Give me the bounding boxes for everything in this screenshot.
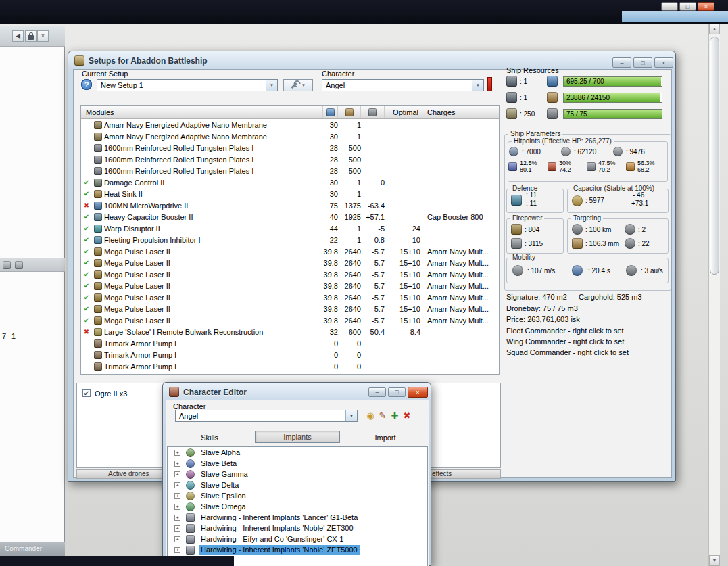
module-status-icon[interactable]: ✔ [81, 270, 92, 278]
implant-name[interactable]: Hardwiring - Inherent Implants 'Lancer' … [199, 513, 360, 522]
cpu-column-header[interactable] [323, 106, 338, 118]
character-action-icon[interactable]: ✚ [389, 410, 401, 422]
squad-commander-setter[interactable]: Squad Commander - right click to set [506, 348, 629, 356]
character-action-icon[interactable]: ✎ [377, 410, 389, 422]
tab-skills[interactable]: Skills [167, 431, 252, 443]
scroll-up-button[interactable]: ▲ [709, 24, 720, 34]
tree-expander-icon[interactable]: + [174, 482, 180, 488]
module-row[interactable]: ✔ Mega Pulse Laser II 39.8 2640 -5.7 15+… [81, 257, 499, 268]
optimal-column-header[interactable]: Optimal [385, 106, 420, 118]
character-action-icon[interactable]: ✖ [401, 410, 413, 422]
module-row[interactable]: ✔ Mega Pulse Laser II 39.8 2640 -5.7 15+… [81, 314, 499, 326]
implant-name[interactable]: Slave Epsilon [199, 491, 248, 500]
lock-button[interactable] [25, 30, 37, 42]
tab-import[interactable]: Import [343, 431, 428, 443]
chevron-down-icon[interactable]: ▼ [472, 80, 483, 91]
module-status-icon[interactable]: ✖ [81, 328, 92, 335]
module-row[interactable]: ✔ Mega Pulse Laser II 39.8 2640 -5.7 15+… [81, 268, 499, 280]
setup-maximize-button[interactable]: □ [633, 57, 652, 68]
character-select[interactable]: Angel ▼ [322, 79, 484, 91]
module-row[interactable]: Amarr Navy Energized Adaptive Nano Membr… [81, 119, 499, 131]
module-status-icon[interactable]: ✔ [81, 179, 92, 186]
module-status-icon[interactable]: ✔ [81, 247, 92, 255]
module-row[interactable]: ✔ Mega Pulse Laser II 39.8 2640 -5.7 15+… [81, 280, 499, 291]
module-row[interactable]: ✖ 100MN MicroWarpdrive II 75 1375 -63.4 [81, 199, 499, 211]
left-close-button[interactable]: × [37, 30, 49, 42]
wing-commander-setter[interactable]: Wing Commander - right click to set [506, 337, 624, 346]
module-row[interactable]: Trimark Armor Pump I 0 0 [81, 337, 499, 349]
module-row[interactable]: ✖ Large 'Solace' I Remote Bulwark Recons… [81, 326, 499, 337]
scroll-down-button[interactable]: ▼ [709, 555, 720, 566]
implant-tree-item[interactable]: + Slave Delta [168, 479, 427, 490]
module-status-icon[interactable]: ✔ [81, 293, 92, 301]
module-status-icon[interactable]: ✔ [81, 259, 92, 266]
editor-maximize-button[interactable]: □ [388, 387, 406, 397]
module-row[interactable]: ✔ Mega Pulse Laser II 39.8 2640 -5.7 15+… [81, 303, 499, 314]
implant-name[interactable]: Slave Delta [199, 480, 241, 490]
chevron-down-icon[interactable]: ▼ [345, 410, 357, 421]
implant-tree-item[interactable]: + Hardwiring - Inherent Implants 'Noble'… [168, 523, 427, 534]
implant-name[interactable]: Hardwiring - Inherent Implants 'Noble' Z… [199, 545, 360, 555]
active-drones-label[interactable]: Active drones [108, 470, 149, 477]
drone-item-label[interactable]: Ogre II x3 [95, 390, 127, 398]
back-button[interactable]: ◀ [12, 30, 24, 42]
effects-label[interactable]: effects [432, 470, 452, 477]
setup-minimize-button[interactable]: – [612, 57, 631, 68]
tree-expander-icon[interactable]: + [174, 515, 180, 521]
vertical-scrollbar[interactable]: ▲ ▼ [708, 24, 720, 566]
module-row[interactable]: ✔ Warp Disruptor II 44 1 -5 24 [81, 222, 499, 234]
capacitor-column-header[interactable] [361, 106, 385, 118]
implant-tree-item[interactable]: + Slave Gamma [168, 469, 427, 479]
module-row[interactable]: Amarr Navy Energized Adaptive Nano Membr… [81, 131, 499, 142]
tree-expander-icon[interactable]: + [174, 525, 180, 532]
module-row[interactable]: 1600mm Reinforced Rolled Tungsten Plates… [81, 165, 499, 176]
implant-name[interactable]: Hardwiring - Inherent Implants 'Noble' Z… [199, 523, 356, 533]
module-row[interactable]: Trimark Armor Pump I 0 0 [81, 360, 499, 372]
tree-expander-icon[interactable]: + [174, 504, 180, 510]
implant-tree-item[interactable]: + Hardwiring - Inherent Implants 'Noble'… [168, 544, 427, 555]
module-row[interactable]: Trimark Armor Pump I 0 0 [81, 349, 499, 360]
help-icon[interactable]: ? [81, 79, 92, 90]
panel-tab-icon[interactable] [3, 261, 11, 269]
chevron-down-icon[interactable]: ▼ [266, 80, 277, 91]
implant-name[interactable]: Hardwiring - Eifyr and Co 'Gunslinger' C… [199, 534, 345, 544]
drone-checkbox[interactable]: ✔ [82, 389, 91, 397]
powergrid-column-header[interactable] [338, 106, 361, 118]
tree-expander-icon[interactable]: + [174, 536, 180, 542]
panel-tab-icon[interactable] [15, 261, 23, 269]
setup-tools-button[interactable]: ▼ [283, 79, 313, 91]
maximize-button[interactable]: □ [679, 2, 696, 11]
implant-tree-item[interactable]: + Slave Alpha [168, 447, 427, 458]
module-status-icon[interactable]: ✔ [81, 190, 92, 197]
module-status-icon[interactable]: ✔ [81, 305, 92, 312]
implant-tree-item[interactable]: + Slave Epsilon [168, 490, 427, 501]
tree-expander-icon[interactable]: + [174, 450, 180, 456]
implant-tree-item[interactable]: + Slave Beta [168, 458, 427, 469]
implant-name[interactable]: Slave Gamma [199, 469, 250, 479]
module-row[interactable]: ✔ Mega Pulse Laser II 39.8 2640 -5.7 15+… [81, 291, 499, 303]
tree-expander-icon[interactable]: + [174, 493, 180, 499]
minimize-button[interactable]: – [661, 2, 678, 11]
module-row[interactable]: 1600mm Reinforced Rolled Tungsten Plates… [81, 142, 499, 154]
editor-close-button[interactable]: × [408, 387, 428, 398]
module-row[interactable]: 1600mm Reinforced Rolled Tungsten Plates… [81, 154, 499, 165]
editor-character-select[interactable]: Angel ▼ [175, 410, 358, 422]
module-status-icon[interactable]: ✔ [81, 225, 92, 232]
tab-implants[interactable]: Implants [255, 431, 340, 443]
module-status-icon[interactable]: ✖ [81, 202, 92, 209]
module-status-icon[interactable]: ✔ [81, 236, 92, 243]
charges-column-header[interactable]: Charges [420, 106, 499, 118]
implant-tree-item[interactable]: + Hardwiring - Eifyr and Co 'Gunslinger'… [168, 534, 427, 544]
module-row[interactable]: ✔ Mega Pulse Laser II 39.8 2640 -5.7 15+… [81, 245, 499, 257]
implant-name[interactable]: Slave Beta [199, 458, 239, 468]
close-button[interactable]: × [698, 2, 714, 11]
tree-expander-icon[interactable]: + [174, 547, 180, 553]
module-row[interactable]: ✔ Fleeting Propulsion Inhibitor I 22 1 -… [81, 234, 499, 245]
implant-tree-item[interactable]: + Hardwiring - Inherent Implants 'Lancer… [168, 512, 427, 523]
module-row[interactable]: ✔ Heavy Capacitor Booster II 40 1925 +57… [81, 211, 499, 222]
character-action-icon[interactable]: ◉ [364, 410, 377, 422]
tree-expander-icon[interactable]: + [174, 471, 180, 477]
implant-tree-item[interactable]: + Slave Omega [168, 501, 427, 512]
setup-select[interactable]: New Setup 1 ▼ [97, 79, 278, 91]
implant-name[interactable]: Slave Alpha [199, 448, 242, 457]
